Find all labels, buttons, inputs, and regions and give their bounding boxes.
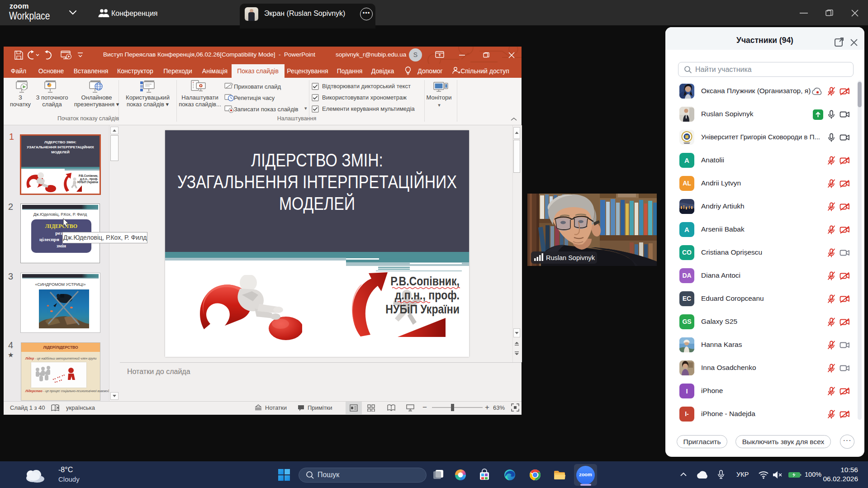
svg-text:Ruslan Sopivnyk: Ruslan Sopivnyk [546, 254, 595, 261]
